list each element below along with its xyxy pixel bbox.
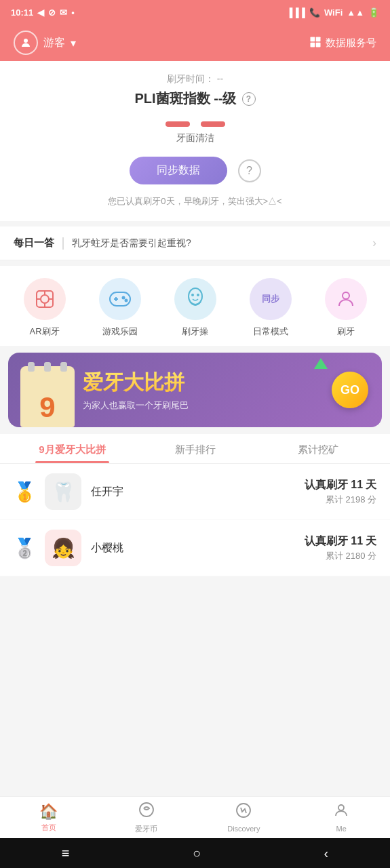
feature-brush-op[interactable]: 刷牙操 <box>157 278 233 338</box>
android-menu-btn[interactable]: ≡ <box>62 846 70 861</box>
bottom-nav: 🏠 首页 爱牙币 Discovery Me <box>0 796 390 838</box>
mail-icon: ✉ <box>60 7 67 18</box>
user-2-stats: 认真刷牙 11 天 累计 2180 分 <box>305 534 376 562</box>
service-label: 数据服务号 <box>326 37 376 50</box>
chevron-down-icon: ▾ <box>71 37 76 50</box>
dash-box-1 <box>165 121 190 127</box>
sync-button[interactable]: 同步数据 <box>130 157 227 184</box>
user-1-points: 累计 2198 分 <box>305 494 376 506</box>
android-home-btn[interactable]: ○ <box>193 846 201 861</box>
grid-icon <box>309 36 321 50</box>
brush-op-icon <box>174 278 216 320</box>
call-icon: 📞 <box>309 7 320 18</box>
sync-row: 同步数据 ? <box>14 157 376 184</box>
user-1-stats: 认真刷牙 11 天 累计 2198 分 <box>305 478 376 506</box>
android-back-btn[interactable]: ‹ <box>324 846 329 861</box>
qa-label: 每日一答 <box>14 237 54 250</box>
tooth-clean-label: 牙面清洁 <box>14 132 376 144</box>
brush-time-row: 刷牙时间： -- <box>14 73 376 85</box>
svg-point-15 <box>125 300 127 302</box>
banner-subtitle: 为家人也赢取一个牙刷尾巴 <box>83 399 189 412</box>
svg-point-17 <box>191 294 194 296</box>
calendar-num: 9 <box>39 393 55 422</box>
user-2-days: 认真刷牙 11 天 <box>305 534 376 549</box>
user-2-points: 累计 2180 分 <box>305 550 376 562</box>
table-row: 🥇 🦷 任开宇 认真刷牙 11 天 累计 2198 分 <box>0 464 390 520</box>
app-header: 游客 ▾ 数据服务号 <box>0 24 390 61</box>
header-right[interactable]: 数据服务号 <box>309 36 376 50</box>
rank-1-badge: 🥇 <box>14 481 35 502</box>
nav-discovery[interactable]: Discovery <box>195 798 293 837</box>
rank-2-badge: 🥈 <box>14 537 35 559</box>
qa-divider <box>62 237 64 250</box>
user-label: 游客 <box>43 36 65 50</box>
nav-me-label: Me <box>336 825 346 833</box>
svg-point-14 <box>122 297 124 299</box>
status-bar: 10:11 ◀ ⊘ ✉ • ▐▐▐ 📞 WiFi ▲▲ 🔋 <box>0 0 390 24</box>
feature-user2[interactable]: 刷牙 <box>308 278 383 338</box>
svg-point-0 <box>24 39 28 43</box>
ar-icon <box>24 278 66 320</box>
feature-daily[interactable]: 同步 日常模式 <box>233 278 308 338</box>
blocked-icon: ⊘ <box>48 7 56 18</box>
daily-notice: 您已认真刷牙0天，早晚刷牙，笑出强大>△< <box>14 195 376 208</box>
location-icon: ◀ <box>37 7 44 18</box>
brush-time-label: 刷牙时间： <box>167 73 214 84</box>
pli-help-icon[interactable]: ? <box>242 92 256 106</box>
feature-row: AR刷牙 游戏乐园 刷牙操 同步 日常模式 <box>0 266 390 346</box>
qa-arrow-icon: › <box>372 236 376 250</box>
game-label: 游戏乐园 <box>102 326 138 338</box>
banner-title: 爱牙大比拼 <box>83 369 189 397</box>
user2-icon <box>325 278 367 320</box>
android-nav-bar: ≡ ○ ‹ <box>0 838 390 868</box>
user-1-days: 认真刷牙 11 天 <box>305 478 376 492</box>
leaderboard-section: 9月爱牙大比拼 新手排行 累计挖矿 🥇 🦷 任开宇 认真刷牙 11 天 累计 2… <box>0 434 390 576</box>
feature-ar[interactable]: AR刷牙 <box>7 278 82 338</box>
svg-rect-2 <box>316 37 321 41</box>
svg-rect-1 <box>311 37 315 41</box>
dash-box-2 <box>201 121 225 127</box>
home-icon: 🏠 <box>39 803 58 821</box>
main-card: 刷牙时间： -- PLI菌斑指数 --级 ? 牙面清洁 同步数据 ? 您已认真刷… <box>0 61 390 221</box>
pli-label: PLI菌斑指数 --级 <box>135 90 237 108</box>
daily-qa-banner[interactable]: 每日一答 乳牙蛀牙是否需要引起重视? › <box>0 226 390 260</box>
nav-home[interactable]: 🏠 首页 <box>0 799 98 837</box>
question-icon[interactable]: ? <box>238 159 261 182</box>
status-left: 10:11 ◀ ⊘ ✉ • <box>11 7 75 18</box>
daily-icon: 同步 <box>250 278 292 320</box>
banner-calendar: 9 <box>20 366 75 427</box>
svg-rect-4 <box>316 42 321 47</box>
ar-label: AR刷牙 <box>29 326 59 338</box>
dash-indicators <box>14 121 376 127</box>
user-1-avatar: 🦷 <box>45 473 81 510</box>
user-2-name: 小樱桃 <box>91 541 295 555</box>
tab-mining[interactable]: 累计挖矿 <box>256 434 379 463</box>
avatar[interactable] <box>14 31 38 55</box>
tab-sep[interactable]: 9月爱牙大比拼 <box>11 434 134 463</box>
svg-rect-3 <box>311 42 315 47</box>
header-left[interactable]: 游客 ▾ <box>14 31 76 55</box>
coin-icon <box>138 802 155 822</box>
wifi-icon: WiFi <box>324 7 343 18</box>
brush-time-value: -- <box>217 73 223 84</box>
svg-point-6 <box>41 295 49 303</box>
user-1-name: 任开宇 <box>91 485 295 499</box>
discovery-icon <box>235 802 252 823</box>
activity-banner[interactable]: 9 爱牙大比拼 为家人也赢取一个牙刷尾巴 GO <box>8 353 382 427</box>
tab-newbie[interactable]: 新手排行 <box>134 434 256 463</box>
user-2-avatar: 👧 <box>45 530 81 566</box>
daily-label: 日常模式 <box>253 326 288 338</box>
network-icon: ▲▲ <box>347 7 364 18</box>
user2-label: 刷牙 <box>337 326 355 338</box>
feature-game[interactable]: 游戏乐园 <box>82 278 157 338</box>
nav-coin[interactable]: 爱牙币 <box>98 797 195 838</box>
nav-home-label: 首页 <box>41 823 56 833</box>
banner-go-button[interactable]: GO <box>332 372 368 408</box>
status-time: 10:11 <box>11 7 33 18</box>
nav-me[interactable]: Me <box>292 798 390 837</box>
table-row: 🥈 👧 小樱桃 认真刷牙 11 天 累计 2180 分 <box>0 520 390 576</box>
status-right: ▐▐▐ 📞 WiFi ▲▲ 🔋 <box>286 7 379 18</box>
banner-flag-icon <box>314 358 328 369</box>
nav-coin-label: 爱牙币 <box>135 824 157 834</box>
svg-point-22 <box>338 805 344 810</box>
